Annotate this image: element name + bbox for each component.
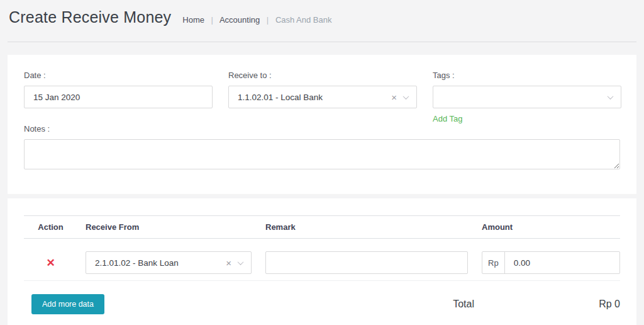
breadcrumb-accounting[interactable]: Accounting — [219, 15, 260, 25]
action-cell: ✕ — [24, 251, 77, 274]
tags-select[interactable] — [433, 86, 621, 108]
delete-row-icon[interactable]: ✕ — [46, 258, 55, 268]
receive-to-value: 1.1.02.01 - Local Bank — [238, 93, 391, 102]
notes-label: Notes : — [24, 124, 620, 134]
add-tag-link[interactable]: Add Tag — [433, 114, 462, 123]
table-footer: Add more data Total Rp 0 — [24, 294, 620, 314]
breadcrumb-cash-and-bank: Cash And Bank — [275, 15, 332, 25]
amount-input-group: Rp — [482, 251, 620, 274]
notes-textarea[interactable] — [24, 139, 620, 169]
date-label: Date : — [24, 71, 213, 80]
chevron-down-icon — [238, 259, 244, 265]
receive-from-select[interactable]: 2.1.01.02 - Bank Loan × — [86, 251, 252, 274]
page-header: Create Receive Money Home | Accounting |… — [0, 0, 644, 28]
column-header-action: Action — [24, 216, 77, 238]
column-header-amount: Amount — [475, 216, 620, 238]
clear-icon[interactable]: × — [226, 258, 231, 268]
currency-prefix: Rp — [482, 252, 505, 273]
breadcrumb-separator: | — [267, 15, 269, 25]
amount-cell: Rp — [475, 251, 620, 274]
table-row: ✕ 2.1.01.02 - Bank Loan × Rp — [24, 239, 620, 281]
receive-from-value: 2.1.01.02 - Bank Loan — [95, 258, 226, 268]
breadcrumb-separator: | — [211, 15, 213, 25]
breadcrumb: Home | Accounting | Cash And Bank — [182, 15, 331, 25]
tags-label: Tags : — [433, 71, 621, 80]
page-title: Create Receive Money — [9, 6, 171, 28]
receive-to-select[interactable]: 1.1.02.01 - Local Bank × — [228, 86, 417, 108]
receive-from-cell: 2.1.01.02 - Bank Loan × — [77, 251, 258, 274]
chevron-down-icon — [608, 93, 614, 100]
date-field-group: Date : — [24, 71, 213, 124]
receive-to-field-group: Receive to : 1.1.02.01 - Local Bank × — [228, 71, 417, 124]
receive-to-label: Receive to : — [228, 71, 417, 80]
amount-input[interactable] — [505, 252, 619, 273]
tags-field-group: Tags : Add Tag — [433, 71, 621, 124]
total-label: Total — [453, 299, 474, 310]
breadcrumb-home[interactable]: Home — [182, 15, 204, 25]
table-header-row: Action Receive From Remark Amount — [24, 215, 620, 239]
clear-icon[interactable]: × — [391, 93, 397, 102]
add-more-data-button[interactable]: Add more data — [31, 294, 104, 314]
date-input[interactable] — [24, 86, 213, 108]
remark-cell — [258, 251, 475, 274]
header-divider — [8, 42, 636, 42]
total-value: Rp 0 — [474, 299, 620, 310]
chevron-down-icon — [403, 93, 409, 100]
form-card: Date : Receive to : 1.1.02.01 - Local Ba… — [8, 55, 636, 194]
column-header-receive-from: Receive From — [77, 216, 258, 238]
line-items-card: Action Receive From Remark Amount ✕ 2.1.… — [8, 198, 636, 325]
column-header-remark: Remark — [258, 216, 475, 238]
remark-input[interactable] — [265, 251, 468, 274]
notes-field-group: Notes : — [24, 124, 620, 172]
